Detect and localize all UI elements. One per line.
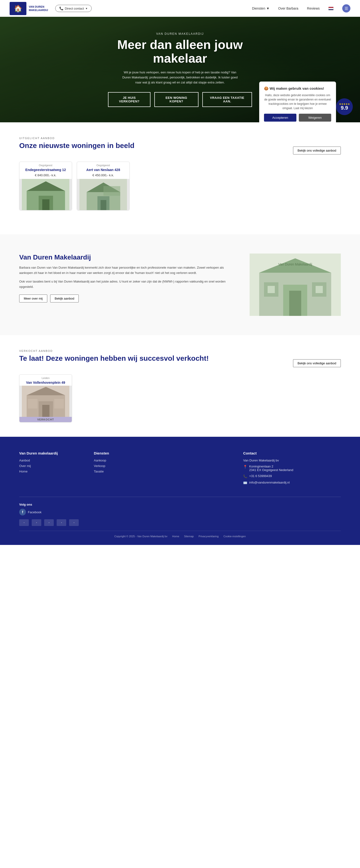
about-buttons: Meer over mij Bekijk aanbod: [19, 294, 235, 303]
verkocht-title-group: VERKOCHT AANBOD Te laat! Deze woningen h…: [19, 349, 209, 367]
footer-link-aankoop[interactable]: Aankoop: [94, 459, 159, 462]
uitgelicht-view-all-button[interactable]: Bekijk ons volledige aanbod: [293, 147, 341, 154]
rating-badge: ★★★★★ 9.9: [336, 98, 353, 115]
language-flag-icon[interactable]: [328, 7, 334, 10]
card-location: Oegstgeest: [77, 162, 129, 167]
volg-ons-label: Volg ons: [19, 503, 341, 506]
sell-house-button[interactable]: JE HUIS VERKOPEN?: [108, 92, 150, 107]
footer-link-verkoop[interactable]: Verkoop: [94, 464, 159, 468]
footer-email[interactable]: ✉️ info@vandurenmakelaardij.nl: [243, 480, 341, 485]
nav-reviews[interactable]: Reviews: [307, 6, 320, 10]
footer-col1-title: Van Duren makelaardij: [19, 451, 84, 455]
card-image: [20, 386, 72, 417]
hero-subtitle: VAN DUREN MAKELAARDIJ: [108, 32, 252, 35]
footer-link-aanbod[interactable]: Aanbod: [19, 459, 84, 462]
location-icon: 📍: [243, 465, 247, 469]
svg-rect-27: [54, 399, 64, 408]
card-price: € 840.000,- k.k.: [20, 173, 72, 179]
footer-link-privacy[interactable]: Privacyverklaring: [199, 535, 219, 538]
meer-over-mij-button[interactable]: Meer over mij: [19, 294, 47, 303]
rating-score: 9.9: [341, 105, 348, 111]
user-avatar-button[interactable]: ☰: [342, 4, 351, 12]
about-section: Van Duren Makelaardij Barbara van Duren …: [0, 234, 360, 335]
partner-logo-3: ▪: [44, 519, 54, 526]
footer: Van Duren makelaardij Aanbod Over mij Ho…: [0, 437, 360, 545]
svg-rect-15: [289, 291, 301, 316]
card-address: Aert van Neslaan 428: [77, 167, 129, 173]
direct-contact-button[interactable]: 📞 Direct contact ▼: [55, 5, 92, 12]
about-image: Van Duren Makelaardij: [249, 253, 341, 316]
footer-logos: ▪ ▪ ▪ ▪ ▪: [19, 519, 341, 526]
verkocht-cards: Leiden Van Vollenhovenplein 49 VERKOCHT: [19, 374, 341, 422]
svg-rect-9: [100, 200, 106, 210]
logo-box: 🏠: [9, 2, 26, 15]
footer-bottom: Volg ons f Facebook ▪ ▪ ▪ ▪ ▪ Copyright …: [19, 497, 341, 538]
footer-email-text: info@vandurenmakelaardij.nl: [249, 480, 290, 484]
verkocht-label: VERKOCHT AANBOD: [19, 349, 209, 352]
card-location: Leiden: [20, 375, 72, 380]
hero-section: VAN DUREN MAKELAARDIJ Meer dan alleen jo…: [0, 17, 360, 122]
footer-link-home-bottom[interactable]: Home: [172, 535, 179, 538]
footer-phone[interactable]: 📞 +31 6 53999439: [243, 474, 341, 478]
phone-icon: 📞: [243, 474, 247, 478]
footer-link-over-mij[interactable]: Over mij: [19, 464, 84, 468]
uitgelicht-title-group: UITGELICHT AANBOD Onze nieuwste woningen…: [19, 137, 134, 154]
card-address: Van Vollenhovenplein 49: [20, 380, 72, 386]
cookie-title: 🍪 Wij maken gebruik van cookies!: [264, 86, 331, 91]
request-appraisal-button[interactable]: VRAAG EEN TAXATIE AAN.: [202, 92, 252, 107]
partner-logo-1: ▪: [19, 519, 29, 526]
footer-phone-text: +31 6 53999439: [249, 474, 272, 478]
card-location: Oegstgeest: [20, 162, 72, 167]
nav-diensten[interactable]: Diensten ▼: [252, 6, 270, 10]
svg-rect-4: [42, 199, 50, 210]
facebook-label: Facebook: [28, 510, 41, 514]
footer-company-name: Van Duren Makelaardij bv: [243, 459, 279, 462]
logo[interactable]: 🏠 VAN DUREN MAKELAARDIJ: [9, 2, 48, 15]
uitgelicht-header: UITGELICHT AANBOD Onze nieuwste woningen…: [19, 137, 341, 154]
phone-icon: 📞: [59, 6, 63, 10]
nav-over-barbara[interactable]: Over Barbara: [278, 6, 298, 10]
footer-col-empty: [169, 451, 234, 487]
partner-logo-4: ▪: [57, 519, 66, 526]
about-desc-1: Barbara van Duren van Van Duren Makelaar…: [19, 265, 235, 276]
property-card[interactable]: Leiden Van Vollenhovenplein 49 VERKOCHT: [19, 374, 72, 422]
bekijk-aanbod-button[interactable]: Bekijk aanbod: [50, 294, 79, 303]
cookie-reject-button[interactable]: Weigeren: [299, 114, 331, 122]
facebook-icon: f: [19, 509, 26, 516]
footer-col-makelaardij: Van Duren makelaardij Aanbod Over mij Ho…: [19, 451, 84, 487]
verkocht-title: Te laat! Deze woningen hebben wij succes…: [19, 354, 209, 363]
copyright-text: Copyright © 2025 - Van Duren Makelaardij…: [114, 535, 167, 538]
svg-rect-10: [103, 186, 120, 196]
footer-col3-title: Contact: [243, 451, 341, 455]
hero-title: Meer dan alleen jouw makelaar: [108, 38, 252, 65]
hero-content: VAN DUREN MAKELAARDIJ Meer dan alleen jo…: [108, 32, 252, 107]
menu-icon: ☰: [344, 6, 348, 11]
svg-rect-19: [316, 286, 323, 293]
cookie-buttons: Accepteren Weigeren: [264, 114, 331, 122]
property-card[interactable]: Oegstgeest Endegeesterstraatweg 12 € 840…: [19, 162, 72, 210]
cookie-banner: 🍪 Wij maken gebruik van cookies! Hallo, …: [259, 82, 336, 122]
buy-house-button[interactable]: EEN WONING KOPEN?: [154, 92, 199, 107]
uitgelicht-cards: Oegstgeest Endegeesterstraatweg 12 € 840…: [19, 162, 341, 210]
facebook-link[interactable]: f Facebook: [19, 509, 341, 516]
card-image: [77, 179, 129, 210]
about-text: Van Duren Makelaardij Barbara van Duren …: [19, 253, 235, 302]
uitgelicht-title: Onze nieuwste woningen in beeld: [19, 142, 134, 150]
footer-company: Van Duren Makelaardij bv: [243, 459, 341, 462]
verkocht-section: VERKOCHT AANBOD Te laat! Deze woningen h…: [0, 335, 360, 437]
navbar: 🏠 VAN DUREN MAKELAARDIJ 📞 Direct contact…: [0, 0, 360, 17]
footer-col-diensten: Diensten Aankoop Verkoop Taxatie: [94, 451, 159, 487]
cookie-text: Hallo, deze website gebruikt essentiële …: [264, 93, 331, 110]
footer-col2-title: Diensten: [94, 451, 159, 455]
hero-description: Wil je jouw huis verkopen, een nieuw hui…: [120, 70, 240, 85]
uitgelicht-section: UITGELICHT AANBOD Onze nieuwste woningen…: [0, 122, 360, 225]
footer-link-taxatie[interactable]: Taxatie: [94, 470, 159, 473]
property-card[interactable]: Oegstgeest Aert van Neslaan 428 € 450.00…: [77, 162, 129, 210]
verkocht-view-all-button[interactable]: Bekijk ons volledige aanbod: [293, 359, 341, 367]
footer-link-sitemap[interactable]: Sitemap: [184, 535, 194, 538]
footer-link-cookies[interactable]: Cookie-instellingen: [223, 535, 246, 538]
cookie-accept-button[interactable]: Accepteren: [264, 114, 296, 122]
about-desc-2: Ook voor taxaties bent u bij Van Duren M…: [19, 279, 235, 289]
card-image: [20, 179, 72, 210]
footer-link-home[interactable]: Home: [19, 470, 84, 473]
